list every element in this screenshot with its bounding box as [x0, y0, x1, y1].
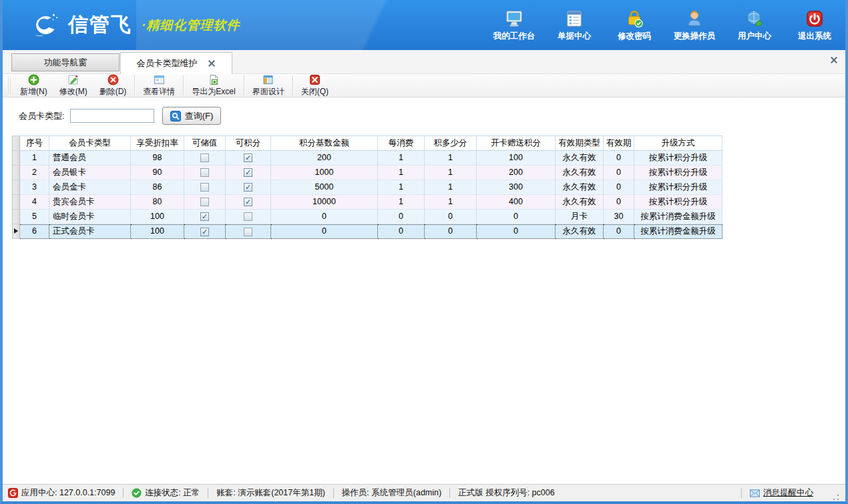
cell-type[interactable]: 会员金卡 [49, 180, 131, 195]
cell-seq[interactable]: 1 [20, 151, 49, 166]
cell-per[interactable]: 1 [378, 195, 425, 210]
cell-validity_type[interactable]: 永久有效 [556, 180, 604, 195]
cell-earn[interactable]: 1 [425, 180, 477, 195]
cell-gift[interactable]: 400 [477, 195, 556, 210]
cell-per[interactable]: 1 [378, 151, 425, 166]
column-header[interactable]: 每消费 [378, 136, 425, 151]
cell-base[interactable]: 5000 [271, 180, 378, 195]
nav-my-workbench[interactable]: 我的工作台 [493, 9, 536, 42]
cell-validity[interactable]: 0 [604, 166, 634, 180]
cell-discount[interactable]: 100 [131, 224, 184, 239]
cell-base[interactable]: 10000 [271, 195, 378, 210]
nav-change-password[interactable]: 修改密码 [613, 9, 656, 42]
resize-grip[interactable] [832, 493, 840, 501]
cell-validity[interactable]: 0 [604, 180, 634, 195]
cell-discount[interactable]: 100 [131, 210, 184, 224]
table-row[interactable]: 5临时会员卡1000000月卡30按累计消费金额升级 [13, 210, 722, 224]
cell-earn[interactable]: 1 [425, 151, 477, 166]
cell-storable-checkbox[interactable] [184, 166, 226, 180]
cell-validity_type[interactable]: 永久有效 [556, 195, 604, 210]
cell-upgrade[interactable]: 按累计积分升级 [634, 166, 722, 180]
message-center-link[interactable]: 消息提醒中心 [750, 487, 813, 499]
cell-seq[interactable]: 4 [20, 195, 49, 210]
column-header[interactable]: 开卡赠送积分 [477, 136, 556, 151]
table-row[interactable]: 2会员银卡90100011200永久有效0按累计积分升级 [13, 166, 722, 180]
cell-earn[interactable]: 0 [425, 210, 477, 224]
cell-upgrade[interactable]: 按累计积分升级 [634, 180, 722, 195]
tabbar-close-icon[interactable] [829, 55, 839, 65]
cell-validity_type[interactable]: 永久有效 [556, 224, 604, 239]
view-details-button[interactable]: 查看详情 [137, 75, 181, 97]
cell-points-checkbox[interactable] [226, 180, 271, 195]
add-button[interactable]: 新增(N) [14, 75, 53, 97]
cell-storable-checkbox[interactable] [184, 210, 226, 224]
edit-button[interactable]: 修改(M) [53, 75, 93, 97]
tab-close-icon[interactable] [207, 59, 216, 68]
cell-seq[interactable]: 3 [20, 180, 49, 195]
cell-storable-checkbox[interactable] [184, 180, 226, 195]
cell-points-checkbox[interactable] [226, 224, 271, 239]
cell-gift[interactable]: 300 [477, 180, 556, 195]
row-selector[interactable] [13, 151, 20, 166]
column-header[interactable]: 可积分 [226, 136, 271, 151]
cell-points-checkbox[interactable] [226, 166, 271, 180]
column-header[interactable]: 序号 [20, 136, 49, 151]
table-row[interactable]: 4贵宾会员卡801000011400永久有效0按累计积分升级 [13, 195, 722, 210]
cell-validity[interactable]: 30 [604, 210, 634, 224]
cell-base[interactable]: 0 [271, 224, 378, 239]
cell-seq[interactable]: 2 [20, 166, 49, 180]
cell-earn[interactable]: 1 [425, 166, 477, 180]
cell-type[interactable]: 贵宾会员卡 [49, 195, 131, 210]
cell-earn[interactable]: 1 [425, 195, 477, 210]
cell-upgrade[interactable]: 按累计积分升级 [634, 151, 722, 166]
cell-validity_type[interactable]: 月卡 [556, 210, 604, 224]
column-header[interactable]: 享受折扣率 [131, 136, 184, 151]
cell-validity_type[interactable]: 永久有效 [556, 166, 604, 180]
column-header[interactable]: 升级方式 [634, 136, 722, 151]
row-selector-current[interactable] [13, 224, 20, 239]
table-row[interactable]: 1普通会员9820011100永久有效0按累计积分升级 [13, 151, 722, 166]
toolbar-grip-handle[interactable] [8, 77, 11, 94]
tab-function-navigator[interactable]: 功能导航窗 [11, 53, 120, 71]
column-header[interactable]: 可储值 [184, 136, 226, 151]
row-selector[interactable] [13, 195, 20, 210]
nav-user-center[interactable]: 用户中心 [733, 9, 776, 42]
nav-switch-operator[interactable]: 更换操作员 [673, 9, 716, 42]
cell-earn[interactable]: 0 [425, 224, 477, 239]
member-card-type-input[interactable] [70, 109, 154, 123]
cell-type[interactable]: 正式会员卡 [49, 224, 131, 239]
cell-validity_type[interactable]: 永久有效 [556, 151, 604, 166]
cell-per[interactable]: 1 [378, 166, 425, 180]
cell-base[interactable]: 1000 [271, 166, 378, 180]
nav-document-center[interactable]: 单据中心 [553, 9, 596, 42]
column-header[interactable]: 有效期类型 [556, 136, 604, 151]
cell-discount[interactable]: 98 [131, 151, 184, 166]
cell-gift[interactable]: 0 [477, 210, 556, 224]
cell-points-checkbox[interactable] [226, 195, 271, 210]
close-button[interactable]: 关闭(Q) [295, 75, 335, 97]
ui-design-button[interactable]: 界面设计 [246, 75, 290, 97]
cell-seq[interactable]: 6 [20, 224, 49, 239]
cell-type[interactable]: 普通会员 [49, 151, 131, 166]
query-button[interactable]: 查询(F) [162, 107, 222, 125]
cell-base[interactable]: 0 [271, 210, 378, 224]
cell-points-checkbox[interactable] [226, 151, 271, 166]
column-header[interactable]: 积分基数金额 [271, 136, 378, 151]
cell-validity[interactable]: 0 [604, 224, 634, 239]
row-selector[interactable] [13, 166, 20, 180]
column-header[interactable]: 会员卡类型 [49, 136, 131, 151]
cell-gift[interactable]: 0 [477, 224, 556, 239]
cell-storable-checkbox[interactable] [184, 195, 226, 210]
column-header[interactable]: 积多少分 [425, 136, 477, 151]
cell-type[interactable]: 会员银卡 [49, 166, 131, 180]
cell-discount[interactable]: 90 [131, 166, 184, 180]
column-header[interactable]: 有效期 [604, 136, 634, 151]
row-selector[interactable] [13, 180, 20, 195]
table-row[interactable]: 3会员金卡86500011300永久有效0按累计积分升级 [13, 180, 722, 195]
cell-type[interactable]: 临时会员卡 [49, 210, 131, 224]
cell-per[interactable]: 0 [378, 224, 425, 239]
cell-upgrade[interactable]: 按累计积分升级 [634, 195, 722, 210]
cell-gift[interactable]: 100 [477, 151, 556, 166]
cell-upgrade[interactable]: 按累计消费金额升级 [634, 224, 722, 239]
cell-discount[interactable]: 86 [131, 180, 184, 195]
